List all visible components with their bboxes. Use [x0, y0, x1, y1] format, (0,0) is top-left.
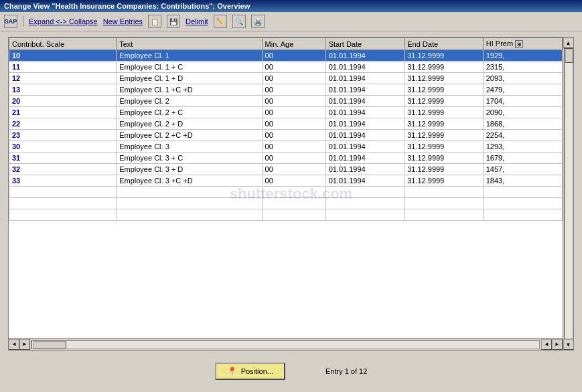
cell-text: Employee Cl. 1 +C +D [117, 84, 262, 96]
cell-start_date: 01.01.1994 [325, 141, 405, 153]
cell-contrib_scale: 12 [9, 73, 117, 84]
entry-info: Entry 1 of 12 [325, 367, 367, 375]
cell-text: Employee Cl. 3 + C [117, 153, 262, 164]
cell-text: Employee Cl. 1 [117, 50, 262, 62]
save-icon[interactable]: 💾 [167, 15, 180, 28]
cell-start_date: 01.01.1994 [325, 73, 405, 84]
new-entries-button[interactable]: New Entries [103, 17, 143, 25]
table-row[interactable]: 21Employee Cl. 2 + C0001.01.199431.12.99… [9, 107, 563, 118]
table-row[interactable]: 32Employee Cl. 3 + D0001.01.199431.12.99… [9, 164, 563, 175]
cell-contrib_scale: 13 [9, 84, 117, 96]
cell-hi_prem: 2254, [483, 130, 562, 141]
cell-contrib_scale: 11 [9, 62, 117, 73]
empty-cell-3 [325, 187, 405, 198]
cell-end_date: 31.12.9999 [405, 175, 484, 187]
cell-start_date: 01.01.1994 [325, 164, 405, 175]
empty-row [9, 198, 563, 209]
cell-text: Employee Cl. 2 + D [117, 118, 262, 130]
scroll-up-button[interactable]: ▲ [563, 37, 574, 48]
empty-cell-5 [483, 198, 562, 209]
cell-min_age: 00 [262, 62, 325, 73]
h-scroll-end-right[interactable]: ► [552, 339, 563, 350]
cell-min_age: 00 [262, 164, 325, 175]
empty-cell-0 [9, 209, 117, 221]
scroll-thumb[interactable] [565, 50, 573, 63]
column-settings-icon[interactable]: ⊞ [515, 40, 523, 48]
cell-end_date: 31.12.9999 [405, 84, 484, 96]
cell-hi_prem: 2093, [483, 73, 562, 84]
scroll-track[interactable] [564, 48, 573, 339]
cell-min_age: 00 [262, 84, 325, 96]
cell-contrib_scale: 30 [9, 141, 117, 153]
cell-contrib_scale: 21 [9, 107, 117, 118]
table-row[interactable]: 20Employee Cl. 20001.01.199431.12.999917… [9, 96, 563, 107]
scroll-down-button[interactable]: ▼ [563, 339, 574, 350]
cell-text: Employee Cl. 2 [117, 96, 262, 107]
scroll-left-button[interactable]: ◄ [9, 339, 19, 350]
empty-cell-0 [9, 187, 117, 198]
cell-contrib_scale: 23 [9, 130, 117, 141]
table-row[interactable]: 13Employee Cl. 1 +C +D0001.01.199431.12.… [9, 84, 563, 96]
cell-end_date: 31.12.9999 [405, 62, 484, 73]
empty-row [9, 187, 563, 198]
empty-cell-4 [405, 187, 484, 198]
col-header-start-date: Start Date [325, 38, 405, 50]
table-container: ▲ ▼ Contribut. Scale [8, 37, 574, 351]
cell-end_date: 31.12.9999 [405, 164, 484, 175]
cell-contrib_scale: 22 [9, 118, 117, 130]
table-row[interactable]: 33Employee Cl. 3 +C +D0001.01.199431.12.… [9, 175, 563, 187]
empty-cell-3 [325, 198, 405, 209]
table-row[interactable]: 31Employee Cl. 3 + C0001.01.199431.12.99… [9, 153, 563, 164]
table-row[interactable]: 11Employee Cl. 1 + C0001.01.199431.12.99… [9, 62, 563, 73]
expand-collapse-button[interactable]: Expand <-> Collapse [29, 17, 98, 25]
cell-contrib_scale: 31 [9, 153, 117, 164]
cell-hi_prem: 1457, [483, 164, 562, 175]
cell-hi_prem: 2315, [483, 62, 562, 73]
cell-end_date: 31.12.9999 [405, 118, 484, 130]
cell-min_age: 00 [262, 73, 325, 84]
cell-start_date: 01.01.1994 [325, 153, 405, 164]
data-table: Contribut. Scale Text Min. Age Start Dat… [9, 37, 563, 221]
footer-area: 📍 Position... Entry 1 of 12 [8, 356, 574, 387]
vertical-scrollbar[interactable]: ▲ ▼ [563, 37, 573, 350]
cell-start_date: 01.01.1994 [325, 62, 405, 73]
copy-icon[interactable]: 📋 [148, 15, 161, 28]
cell-hi_prem: 2090, [483, 107, 562, 118]
toolbar-separator-1 [23, 15, 23, 27]
sap-icon[interactable]: SAP [4, 15, 17, 28]
edit-icon[interactable]: ✏️ [214, 15, 227, 28]
delimit-button[interactable]: Delimit [186, 17, 208, 25]
table-row[interactable]: 10Employee Cl. 10001.01.199431.12.999919… [9, 50, 563, 62]
empty-row [9, 209, 563, 221]
cell-hi_prem: 1929, [483, 50, 562, 62]
table-row[interactable]: 12Employee Cl. 1 + D0001.01.199431.12.99… [9, 73, 563, 84]
h-scroll-track[interactable] [31, 340, 540, 349]
toolbar: SAP Expand <-> Collapse New Entries 📋 💾 … [0, 12, 582, 31]
h-scroll-end-left[interactable]: ◄ [541, 339, 552, 350]
empty-cell-2 [262, 209, 325, 221]
find-icon[interactable]: 🔍 [232, 15, 246, 28]
cell-min_age: 00 [262, 175, 325, 187]
cell-end_date: 31.12.9999 [405, 107, 484, 118]
position-button[interactable]: 📍 Position... [215, 363, 285, 380]
cell-text: Employee Cl. 2 +C +D [117, 130, 262, 141]
main-content: ▲ ▼ Contribut. Scale [0, 31, 582, 392]
cell-hi_prem: 2479, [483, 84, 562, 96]
empty-cell-5 [483, 209, 562, 221]
cell-min_age: 00 [262, 118, 325, 130]
cell-end_date: 31.12.9999 [405, 141, 484, 153]
empty-cell-2 [262, 198, 325, 209]
cell-min_age: 00 [262, 141, 325, 153]
horizontal-scrollbar[interactable]: ◄ ► ◄ ► [9, 338, 563, 350]
cell-hi_prem: 1293, [483, 141, 562, 153]
table-row[interactable]: 30Employee Cl. 30001.01.199431.12.999912… [9, 141, 563, 153]
scroll-right-button[interactable]: ► [19, 339, 30, 350]
cell-end_date: 31.12.9999 [405, 50, 484, 62]
h-scroll-thumb[interactable] [33, 341, 66, 349]
print-icon[interactable]: 🖨️ [251, 15, 265, 28]
cell-end_date: 31.12.9999 [405, 73, 484, 84]
window-title: Change View "Health Insurance Companies:… [4, 2, 250, 10]
cell-min_age: 00 [262, 107, 325, 118]
table-row[interactable]: 22Employee Cl. 2 + D0001.01.199431.12.99… [9, 118, 563, 130]
table-row[interactable]: 23Employee Cl. 2 +C +D0001.01.199431.12.… [9, 130, 563, 141]
